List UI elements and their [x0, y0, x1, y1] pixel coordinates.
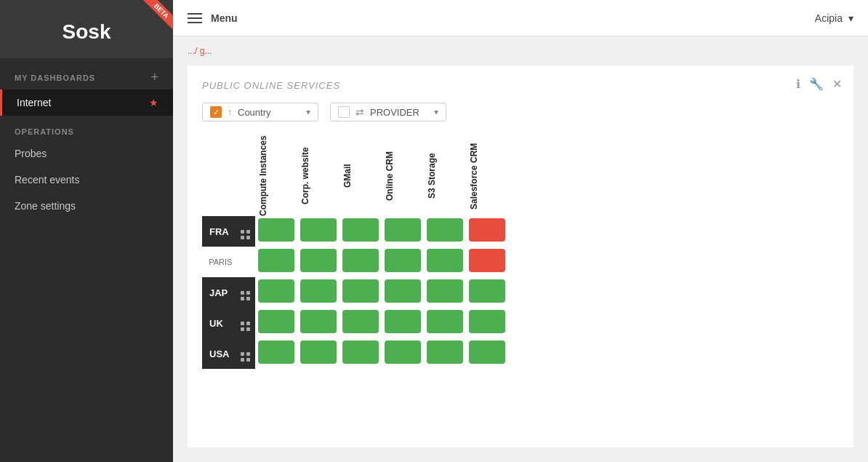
beta-label: BETA [143, 0, 173, 29]
status-cell-fra-5 [466, 216, 508, 247]
widget-actions: ℹ 🔧 ✕ [796, 77, 842, 91]
status-cell-uk-5 [466, 308, 508, 338]
status-cell-fra-1 [297, 216, 339, 247]
status-cell-uk-3 [382, 308, 424, 338]
user-name: Acipia [815, 12, 843, 24]
status-box-paris-3[interactable] [385, 249, 421, 272]
status-cell-usa-3 [382, 338, 424, 369]
provider-filter[interactable]: ⇄ PROVIDER ▾ [330, 103, 446, 122]
status-cell-uk-0 [255, 308, 297, 338]
settings-button[interactable]: 🔧 [809, 77, 824, 91]
add-dashboard-button[interactable]: + [150, 70, 158, 85]
status-box-uk-4[interactable] [427, 310, 463, 333]
col-header-3: Online CRM [382, 136, 424, 216]
status-cell-paris-4 [424, 247, 466, 277]
status-box-paris-4[interactable] [427, 249, 463, 272]
status-box-usa-1[interactable] [300, 340, 337, 364]
status-cell-fra-3 [382, 216, 424, 247]
status-box-fra-0[interactable] [258, 218, 294, 242]
status-cell-jap-2 [339, 277, 382, 308]
row-icon-usa [236, 338, 255, 369]
sidebar-item-probes[interactable]: Probes [0, 140, 173, 167]
status-box-jap-0[interactable] [258, 279, 294, 303]
empty-header-2 [236, 136, 255, 216]
provider-filter-label: PROVIDER [370, 107, 428, 118]
col-header-5: Salesforce CRM [466, 136, 508, 216]
row-icon-jap [236, 277, 255, 308]
close-button[interactable]: ✕ [832, 77, 842, 91]
country-checkbox[interactable]: ✓ [210, 106, 222, 118]
service-grid: Compute InstancesCorp. websiteGMailOnlin… [202, 136, 839, 369]
status-box-jap-5[interactable] [469, 279, 505, 303]
status-box-uk-0[interactable] [258, 310, 294, 333]
provider-dropdown-icon: ▾ [434, 107, 438, 117]
row-label-usa: USA [202, 338, 236, 369]
status-box-jap-2[interactable] [342, 279, 379, 303]
status-cell-jap-0 [255, 277, 297, 308]
status-box-fra-5[interactable] [469, 218, 505, 242]
provider-checkbox[interactable] [338, 106, 350, 118]
menu-button[interactable] [188, 13, 202, 23]
status-box-usa-4[interactable] [427, 340, 463, 364]
my-dashboards-section: MY DASHBOARDS + [0, 58, 173, 89]
breadcrumb: .../ g... [188, 46, 212, 56]
status-box-fra-2[interactable] [342, 218, 379, 242]
table-row: UK [202, 308, 508, 338]
row-icon-paris [236, 247, 255, 277]
sidebar-logo-area: BETA Sosk [0, 0, 173, 58]
status-box-paris-2[interactable] [342, 249, 379, 272]
country-dropdown-icon: ▾ [306, 107, 310, 117]
internet-label: Internet [17, 97, 51, 108]
status-box-jap-1[interactable] [300, 279, 337, 303]
status-cell-paris-2 [339, 247, 382, 277]
status-box-fra-3[interactable] [385, 218, 421, 242]
sub-header: .../ g... [173, 36, 868, 65]
status-box-uk-1[interactable] [300, 310, 337, 333]
status-box-usa-2[interactable] [342, 340, 379, 364]
zone-settings-label: Zone settings [15, 200, 76, 212]
row-label-jap: JAP [202, 277, 236, 308]
country-sort-icon: ↑ [228, 107, 232, 117]
table-row: PARIS [202, 247, 508, 277]
status-cell-usa-0 [255, 338, 297, 369]
row-label-uk: UK [202, 308, 236, 338]
row-icon-fra [236, 216, 255, 247]
status-cell-paris-1 [297, 247, 339, 277]
main-content: Menu Acipia ▾ .../ g... PUBLIC ONLINE SE… [173, 0, 868, 462]
col-header-4: S3 Storage [424, 136, 466, 216]
sidebar-item-zone-settings[interactable]: Zone settings [0, 193, 173, 219]
status-box-jap-4[interactable] [427, 279, 463, 303]
status-box-fra-1[interactable] [300, 218, 337, 242]
country-filter[interactable]: ✓ ↑ Country ▾ [202, 103, 318, 122]
status-cell-usa-2 [339, 338, 382, 369]
menu-label: Menu [211, 12, 238, 24]
sidebar-item-internet[interactable]: Internet ★ [0, 89, 173, 116]
info-button[interactable]: ℹ [796, 77, 800, 91]
row-label-fra: FRA [202, 216, 236, 247]
sidebar-item-recent-events[interactable]: Recent events [0, 167, 173, 193]
status-box-uk-2[interactable] [342, 310, 379, 333]
user-menu[interactable]: Acipia ▾ [815, 12, 853, 24]
status-box-paris-5[interactable] [469, 249, 505, 272]
topbar: Menu Acipia ▾ [173, 0, 868, 36]
status-box-uk-5[interactable] [469, 310, 505, 333]
status-box-paris-0[interactable] [258, 249, 294, 272]
status-box-usa-0[interactable] [258, 340, 294, 364]
widget-title: PUBLIC ONLINE SERVICES [202, 80, 839, 91]
status-box-uk-3[interactable] [385, 310, 421, 333]
status-cell-usa-5 [466, 338, 508, 369]
status-cell-jap-3 [382, 277, 424, 308]
status-box-fra-4[interactable] [427, 218, 463, 242]
status-cell-usa-1 [297, 338, 339, 369]
status-cell-jap-1 [297, 277, 339, 308]
status-box-paris-1[interactable] [300, 249, 337, 272]
status-cell-uk-2 [339, 308, 382, 338]
operations-label: OPERATIONS [0, 116, 173, 140]
star-icon: ★ [149, 97, 158, 108]
status-box-usa-3[interactable] [385, 340, 421, 364]
menu-line-3 [188, 22, 202, 23]
status-box-jap-3[interactable] [385, 279, 421, 303]
beta-ribbon: BETA [137, 0, 173, 36]
status-box-usa-5[interactable] [469, 340, 505, 364]
status-cell-usa-4 [424, 338, 466, 369]
